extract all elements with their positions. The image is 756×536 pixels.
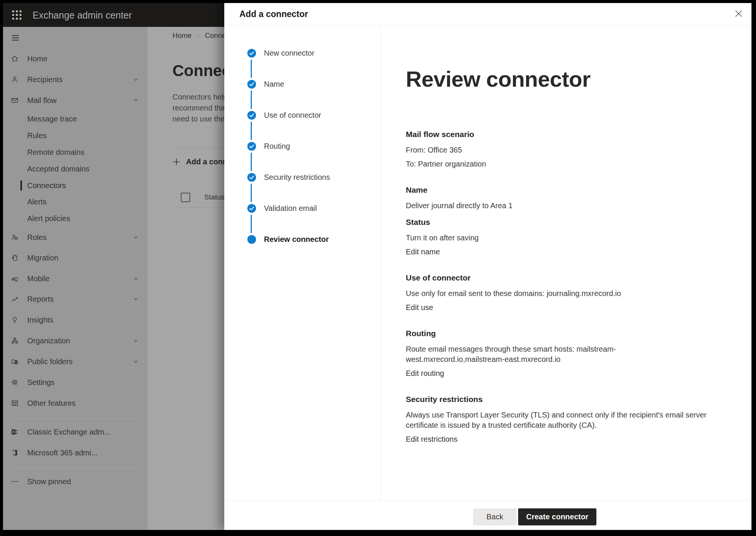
chevron-down-icon[interactable]: [132, 76, 139, 83]
sidebar-item-public-folders[interactable]: Public folders: [3, 353, 147, 370]
wizard-step-name[interactable]: Name: [264, 79, 284, 89]
sidebar: HomeRecipientsMail flowMessage traceRule…: [3, 27, 147, 530]
public-folders-icon: [11, 357, 19, 366]
sidebar-item-label: Microsoft 365 admi...: [27, 449, 98, 457]
wizard-step-validation-email[interactable]: Validation email: [264, 203, 317, 213]
add-connector-label: Add a conn: [186, 157, 227, 166]
sidebar-item-mobile[interactable]: Mobile: [3, 270, 147, 287]
sidebar-item-migration[interactable]: Migration: [3, 249, 147, 266]
sidebar-item-label: Connectors: [27, 181, 66, 190]
section-heading: Routing: [406, 328, 708, 338]
review-sections: Mail flow scenarioFrom: Office 365To: Pa…: [406, 129, 708, 444]
section-line: Deliver journal directly to Area 1: [406, 201, 708, 211]
sidebar-item-label: Alert policies: [27, 214, 70, 223]
edit-link-edit-use[interactable]: Edit use: [406, 302, 433, 313]
other-features-icon: [11, 399, 19, 407]
sidebar-item-connectors[interactable]: Connectors: [3, 177, 147, 194]
sidebar-item-label: Roles: [27, 233, 47, 242]
edit-link-edit-routing[interactable]: Edit routing: [406, 368, 444, 379]
description-line: recommend that: [172, 103, 228, 114]
mail-icon: [11, 96, 19, 104]
step-connector: [251, 184, 252, 202]
sidebar-divider: [11, 468, 139, 469]
chevron-down-icon[interactable]: [132, 275, 139, 282]
sidebar-item-label: Show pinned: [27, 477, 71, 486]
review-section-0: Mail flow scenarioFrom: Office 365To: Pa…: [406, 129, 708, 169]
sidebar-item-organization[interactable]: Organization: [3, 332, 147, 349]
section-heading: Use of connector: [406, 273, 708, 283]
check-icon: [247, 111, 256, 120]
sidebar-item-roles[interactable]: Roles: [3, 229, 147, 246]
sidebar-item-recipients[interactable]: Recipients: [3, 71, 147, 88]
ellipsis-icon: [11, 477, 19, 486]
chevron-down-icon[interactable]: [132, 358, 139, 365]
sidebar-item-classic-exchange-adm[interactable]: EClassic Exchange adm...: [3, 424, 147, 440]
app-launcher-button[interactable]: [11, 9, 23, 21]
section-heading: Name: [406, 185, 708, 195]
wizard-step-security-restrictions[interactable]: Security restrictions: [264, 172, 330, 182]
status-column-header: Status: [204, 193, 225, 201]
m365-icon: [11, 449, 19, 457]
breadcrumb-connectors: Conne: [205, 31, 226, 40]
sidebar-divider: [11, 418, 139, 419]
sidebar-item-mail-flow[interactable]: Mail flow: [3, 92, 147, 109]
section-line: Turn it on after saving: [406, 233, 708, 243]
chevron-right-icon: [196, 33, 201, 39]
sidebar-item-rules[interactable]: Rules: [3, 127, 147, 144]
sidebar-item-other-features[interactable]: Other features: [3, 395, 147, 411]
create-connector-button[interactable]: Create connector: [518, 508, 596, 525]
dialog-header: Add a connector: [224, 3, 751, 25]
sidebar-item-reports[interactable]: Reports: [3, 291, 147, 307]
breadcrumb-home[interactable]: Home: [172, 31, 192, 40]
review-section-4: Security restrictionsAlways use Transpor…: [406, 394, 708, 444]
review-section-1: NameDeliver journal directly to Area 1St…: [406, 185, 708, 257]
sidebar-item-message-trace[interactable]: Message trace: [3, 111, 147, 127]
sidebar-item-home[interactable]: Home: [3, 50, 147, 67]
add-connector-button[interactable]: Add a conn: [172, 155, 227, 168]
page-description: Connectors help recommend that need to u…: [172, 92, 228, 125]
chevron-down-icon[interactable]: [132, 234, 139, 241]
sidebar-item-insights[interactable]: Insights: [3, 312, 147, 328]
check-icon: [247, 49, 256, 58]
wizard-step-routing[interactable]: Routing: [264, 141, 290, 151]
edit-link-edit-restrictions[interactable]: Edit restrictions: [406, 434, 458, 444]
review-pane: Review connector Mail flow scenarioFrom:…: [381, 25, 751, 501]
nav-toggle-button[interactable]: [11, 33, 20, 43]
wizard-step-use-of-connector[interactable]: Use of connector: [264, 110, 321, 120]
sidebar-item-label: Rules: [27, 131, 47, 140]
select-all-checkbox[interactable]: [181, 193, 190, 202]
sidebar-item-label: Migration: [27, 254, 58, 262]
step-marker-completed: [247, 80, 256, 89]
wizard-step-review-connector[interactable]: Review connector: [264, 234, 329, 244]
close-button[interactable]: [733, 8, 744, 19]
wizard-step-new-connector[interactable]: New connector: [264, 48, 314, 58]
migration-icon: [11, 254, 19, 262]
section-line: Use only for email sent to these domains…: [406, 288, 708, 299]
step-marker-completed: [247, 173, 256, 182]
step-marker-current: [247, 235, 256, 244]
chevron-down-icon[interactable]: [132, 296, 139, 302]
chevron-up-icon[interactable]: [132, 97, 139, 104]
chevron-down-icon[interactable]: [132, 337, 139, 344]
sidebar-item-microsoft-365-admi[interactable]: Microsoft 365 admi...: [3, 444, 147, 461]
step-marker-completed: [247, 142, 256, 151]
step-connector: [251, 153, 252, 171]
add-connector-dialog: Add a connector New connectorNameUse of …: [224, 3, 751, 530]
back-button[interactable]: Back: [473, 508, 517, 525]
plus-icon: [172, 157, 181, 167]
sidebar-item-label: Accepted domains: [27, 165, 90, 173]
sidebar-item-show-pinned[interactable]: Show pinned: [3, 473, 147, 490]
home-icon: [11, 55, 19, 63]
insights-icon: [11, 316, 19, 324]
sidebar-item-label: Recipients: [27, 75, 62, 84]
sidebar-item-alerts[interactable]: Alerts: [3, 193, 147, 210]
sidebar-item-accepted-domains[interactable]: Accepted domains: [3, 160, 147, 177]
sidebar-item-remote-domains[interactable]: Remote domains: [3, 144, 147, 160]
sidebar-item-settings[interactable]: Settings: [3, 374, 147, 391]
sidebar-item-label: Settings: [27, 378, 54, 387]
sidebar-item-alert-policies[interactable]: Alert policies: [3, 210, 147, 227]
sidebar-item-label: Organization: [27, 337, 70, 345]
breadcrumb: Home Conne: [172, 31, 226, 40]
app-window: Exchange admin center HomeRecipientsMail…: [3, 3, 751, 530]
edit-link-edit-name[interactable]: Edit name: [406, 247, 440, 257]
